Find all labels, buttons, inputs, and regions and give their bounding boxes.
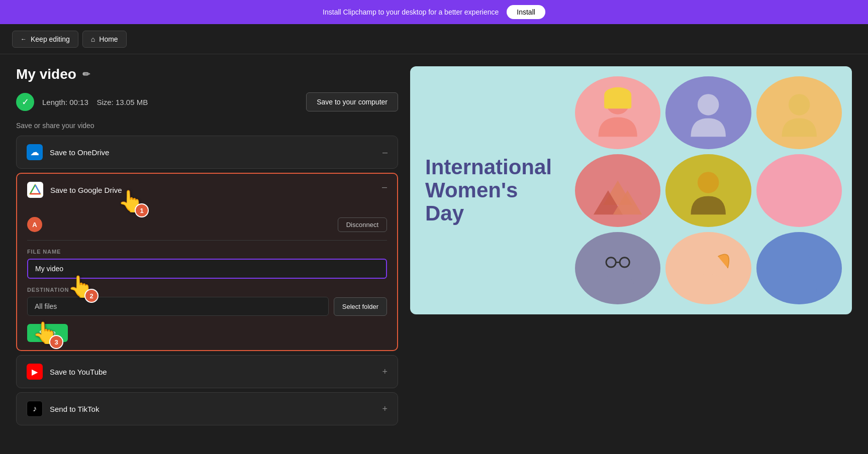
banner-message: Install Clipchamp to your desktop for a … — [323, 8, 499, 16]
gdrive-header[interactable]: Save to Google Drive – — [17, 174, 397, 206]
avatar-circle-5 — [665, 154, 751, 227]
account-row: A Disconnect — [27, 213, 387, 241]
export-card-onedrive[interactable]: ☁ Save to OneDrive – — [16, 136, 398, 169]
video-info-row: ✓ Length: 00:13 Size: 13.05 MB Save to y… — [16, 92, 398, 111]
account-avatar: A — [27, 217, 42, 232]
right-panel: International Women's Day — [410, 66, 852, 425]
preview-text-area: International Women's Day — [410, 66, 565, 314]
save-to-computer-button[interactable]: Save to your computer — [306, 92, 398, 111]
export-card-youtube[interactable]: ▶ Save to YouTube + — [16, 355, 398, 388]
preview-content: International Women's Day — [410, 66, 852, 314]
avatar-circle-9 — [756, 232, 842, 305]
svg-point-6 — [789, 94, 810, 116]
page-title: My video — [16, 66, 76, 82]
svg-point-11 — [789, 172, 810, 193]
youtube-icon: ▶ — [27, 364, 43, 380]
gdrive-label: Save to Google Drive — [50, 186, 122, 194]
video-size: Size: 13.05 MB — [97, 98, 148, 106]
avatar-circle-3 — [756, 76, 842, 149]
install-button[interactable]: Install — [507, 5, 545, 19]
onedrive-label: Save to OneDrive — [50, 148, 109, 157]
tiktok-label: Send to TikTok — [50, 405, 99, 413]
preview-circles-grid — [565, 66, 852, 314]
svg-point-5 — [698, 94, 719, 116]
main-content: My video ✏ ✓ Length: 00:13 Size: 13.05 M… — [0, 54, 868, 437]
video-meta: Length: 00:13 Size: 13.05 MB — [42, 98, 298, 106]
nav-bar: ← Keep editing ⌂ Home — [0, 24, 868, 54]
gdrive-expand-icon: – — [382, 182, 387, 192]
home-icon: ⌂ — [91, 35, 95, 43]
tiktok-icon: ♪ — [27, 401, 43, 417]
select-folder-button[interactable]: Select folder — [334, 297, 387, 316]
disconnect-button[interactable]: Disconnect — [338, 217, 387, 232]
export-card-gdrive: Save to Google Drive – A Disconnect FILE… — [16, 173, 398, 351]
svg-point-16 — [698, 250, 719, 271]
svg-point-17 — [789, 250, 810, 271]
youtube-expand-icon: + — [382, 367, 388, 377]
edit-title-icon[interactable]: ✏ — [82, 69, 90, 80]
avatar-circle-8 — [665, 232, 751, 305]
install-banner: Install Clipchamp to your desktop for a … — [0, 0, 868, 24]
status-check-circle: ✓ — [16, 93, 34, 111]
save-button[interactable]: Save — [27, 324, 68, 342]
svg-marker-1 — [30, 185, 40, 194]
avatar-circle-1 — [575, 76, 660, 149]
destination-label: DESTINATION — [27, 287, 387, 293]
avatar-circle-6 — [756, 154, 842, 227]
left-panel: My video ✏ ✓ Length: 00:13 Size: 13.05 M… — [16, 66, 398, 425]
home-button[interactable]: ⌂ Home — [82, 31, 127, 48]
save-share-label: Save or share your video — [16, 122, 398, 130]
destination-value: All files — [27, 297, 329, 316]
tiktok-expand-icon: + — [382, 404, 388, 414]
export-options-list: ☁ Save to OneDrive – — [16, 136, 398, 425]
export-card-tiktok[interactable]: ♪ Send to TikTok + — [16, 392, 398, 425]
file-name-input[interactable] — [27, 259, 387, 279]
onedrive-icon: ☁ — [27, 144, 43, 160]
avatar-circle-4 — [575, 154, 660, 227]
svg-marker-0 — [30, 185, 40, 194]
avatar-circle-2 — [665, 76, 751, 149]
youtube-label: Save to YouTube — [50, 368, 107, 376]
back-arrow-icon: ← — [21, 36, 27, 43]
gdrive-icon — [27, 182, 43, 198]
gdrive-expanded-body: A Disconnect FILE NAME DESTINATION All f… — [17, 213, 397, 350]
avatar-circle-7 — [575, 232, 660, 305]
video-preview: International Women's Day — [410, 66, 852, 314]
onedrive-expand-icon: – — [382, 147, 388, 158]
video-length: Length: 00:13 — [42, 98, 88, 106]
keep-editing-button[interactable]: ← Keep editing — [12, 31, 78, 48]
iwd-title: International Women's Day — [425, 156, 550, 225]
destination-row: All files Select folder — [27, 297, 387, 316]
file-name-label: FILE NAME — [27, 249, 387, 255]
page-title-row: My video ✏ — [16, 66, 398, 82]
svg-point-10 — [698, 172, 719, 193]
svg-rect-4 — [604, 95, 631, 109]
